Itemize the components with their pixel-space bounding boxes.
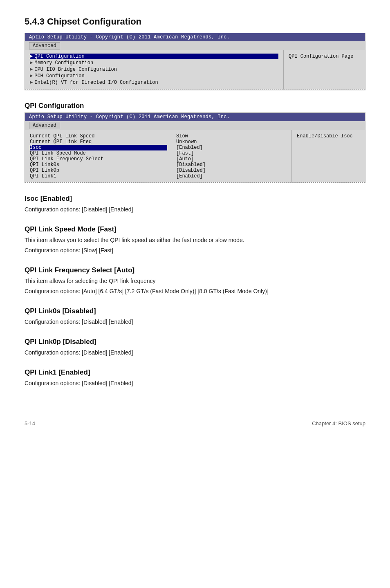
qpi-tab-row: Advanced <box>25 121 365 130</box>
page-number: 5-14 <box>25 420 35 426</box>
chipset-bios-box: Aptio Setup Utility - Copyright (C) 2011… <box>25 33 365 90</box>
chapter-label: Chapter 4: BIOS setup <box>312 420 365 426</box>
chipset-menu-label: Memory Configuration <box>34 60 93 66</box>
isoc-block: Isoc [Enabled] Configuration options: [D… <box>25 195 365 214</box>
qpi-row-label: QPI Link1 <box>30 173 167 179</box>
qpi-col-mid: SlowUnknown[Enabled][Fast][Auto][Disable… <box>172 130 291 182</box>
chipset-menu-label: CPU II0 Bridge Configuration <box>34 67 117 72</box>
bios-arrow-icon: ► <box>30 54 33 59</box>
qpi-row-label: QPI Link0s <box>30 162 167 168</box>
qpi-bios-header: Aptio Setup Utility - Copyright (C) 2011… <box>25 113 365 121</box>
qpi-row-value: Slow <box>176 133 289 139</box>
chipset-advanced-tab[interactable]: Advanced <box>29 42 60 49</box>
qpi-row-label: Current QPI Link Freq <box>30 139 167 145</box>
qpi-link-speed-title: QPI Link Speed Mode [Fast] <box>25 225 365 233</box>
qpi-link0p-description: Configuration options: [Disabled] [Enabl… <box>25 348 365 357</box>
qpi-row-label: QPI Link Frequency Select <box>30 156 167 162</box>
isoc-title: Isoc [Enabled] <box>25 195 365 203</box>
chipset-menu-item[interactable]: ►QPI Configuration <box>30 54 278 59</box>
qpi-row-label: QPI Link0p <box>30 168 167 173</box>
qpi-row-value: [Fast] <box>176 150 289 156</box>
page-title: 5.4.3 Chipset Configuration <box>25 16 365 27</box>
qpi-link-freq-block: QPI Link Frequency Select [Auto] This it… <box>25 266 365 296</box>
qpi-link0p-title: QPI Link0p [Disabled] <box>25 338 365 346</box>
bios-arrow-icon: ► <box>30 73 33 79</box>
isoc-description: Configuration options: [Disabled] [Enabl… <box>25 205 365 214</box>
chipset-menu-left: ►QPI Configuration►Memory Configuration►… <box>25 50 283 90</box>
chipset-bios-body: ►QPI Configuration►Memory Configuration►… <box>25 50 365 90</box>
qpi-row-label[interactable]: Isoc <box>30 145 167 150</box>
qpi-row-label: QPI Link Speed Mode <box>30 150 167 156</box>
qpi-link0s-description: Configuration options: [Disabled] [Enabl… <box>25 318 365 326</box>
qpi-link-speed-desc2: Configuration options: [Slow] [Fast] <box>25 246 365 255</box>
chipset-menu-label: QPI Configuration <box>34 54 84 59</box>
chipset-tab-row: Advanced <box>25 41 365 50</box>
bios-arrow-icon: ► <box>30 67 33 72</box>
qpi-row-value: [Auto] <box>176 156 289 162</box>
qpi-col-left: Current QPI Link SpeedCurrent QPI Link F… <box>25 130 172 182</box>
footer: 5-14 Chapter 4: BIOS setup <box>25 396 365 426</box>
qpi-link-freq-desc1: This item allows for selecting the QPI l… <box>25 277 365 285</box>
qpi-row-value: [Enabled] <box>176 145 289 150</box>
qpi-link-freq-desc2: Configuration options: [Auto] [6.4 GT/s]… <box>25 287 365 296</box>
qpi-link1-description: Configuration options: [Disabled] [Enabl… <box>25 379 365 388</box>
qpi-bios-body: Current QPI Link SpeedCurrent QPI Link F… <box>25 130 365 182</box>
chipset-menu-item[interactable]: ►CPU II0 Bridge Configuration <box>30 67 278 72</box>
qpi-link0s-title: QPI Link0s [Disabled] <box>25 307 365 315</box>
qpi-advanced-tab[interactable]: Advanced <box>29 122 60 129</box>
chipset-bios-header: Aptio Setup Utility - Copyright (C) 2011… <box>25 33 365 41</box>
qpi-link1-block: QPI Link1 [Enabled] Configuration option… <box>25 368 365 388</box>
qpi-link1-title: QPI Link1 [Enabled] <box>25 368 365 377</box>
qpi-row-value: [Enabled] <box>176 173 289 179</box>
qpi-link0s-block: QPI Link0s [Disabled] Configuration opti… <box>25 307 365 326</box>
chipset-menu-right: QPI Configuration Page <box>283 50 365 90</box>
qpi-row-value: [Disabled] <box>176 168 289 173</box>
chipset-menu-item[interactable]: ►PCH Configuration <box>30 73 278 79</box>
qpi-config-title: QPI Configuration <box>25 102 365 110</box>
qpi-link0p-block: QPI Link0p [Disabled] Configuration opti… <box>25 338 365 357</box>
qpi-row-value: [Disabled] <box>176 162 289 168</box>
bios-arrow-icon: ► <box>30 60 33 66</box>
chipset-menu-item[interactable]: ►Memory Configuration <box>30 60 278 66</box>
qpi-link-speed-desc1: This item allows you to select the QPI l… <box>25 236 365 245</box>
qpi-row-label: Current QPI Link Speed <box>30 133 167 139</box>
chipset-menu-item[interactable]: ►Intel(R) VT for Directed I/O Configurat… <box>30 80 278 85</box>
qpi-bios-box: Aptio Setup Utility - Copyright (C) 2011… <box>25 112 365 183</box>
chipset-menu-label: PCH Configuration <box>34 73 84 79</box>
qpi-col-right: Enable/Disable Isoc <box>291 130 365 182</box>
chipset-menu-label: Intel(R) VT for Directed I/O Configurati… <box>34 80 158 85</box>
qpi-row-value: Unknown <box>176 139 289 145</box>
qpi-link-speed-block: QPI Link Speed Mode [Fast] This item all… <box>25 225 365 255</box>
bios-arrow-icon: ► <box>30 80 33 85</box>
qpi-link-freq-title: QPI Link Frequency Select [Auto] <box>25 266 365 274</box>
